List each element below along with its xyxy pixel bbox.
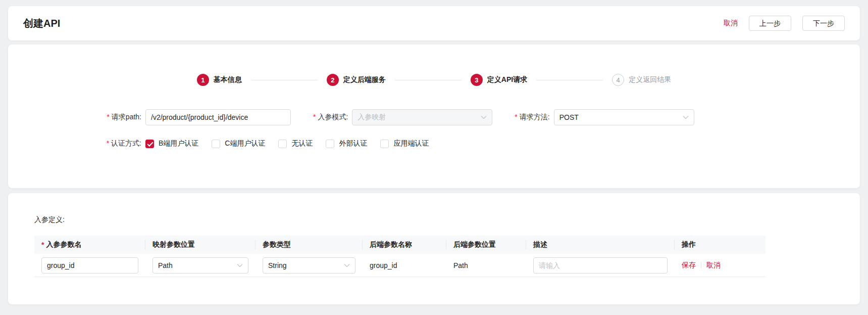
request-method-value: POST <box>559 113 579 121</box>
chevron-down-icon <box>344 263 350 267</box>
request-method-select[interactable]: POST <box>554 109 694 125</box>
header-actions: 操作 <box>675 240 765 250</box>
header-description: 描述 <box>526 240 675 250</box>
chevron-down-icon <box>683 115 689 119</box>
auth-mode-label: *认证方式: <box>95 139 141 148</box>
checkbox-unchecked-icon <box>380 140 389 148</box>
description-input[interactable] <box>533 257 668 274</box>
param-type-select[interactable]: String <box>263 257 355 274</box>
request-method-label: *请求方法: <box>515 113 549 122</box>
step-basic-info: 1 基本信息 <box>197 74 242 86</box>
auth-mode-options: B端用户认证 C端用户认证 无认证 外部认证 <box>145 139 429 148</box>
required-asterisk: * <box>107 113 109 121</box>
header-mapping-position: 映射参数位置 <box>145 240 256 250</box>
step-return-result: 4 定义返回结果 <box>612 74 671 86</box>
checkbox-c-user-auth[interactable]: C端用户认证 <box>212 139 265 148</box>
form-panel: 1 基本信息 2 定义后端服务 3 定义API请求 4 定义返回结果 <box>8 44 860 188</box>
step-4-badge: 4 <box>612 74 624 86</box>
checkbox-no-auth[interactable]: 无认证 <box>278 139 313 148</box>
params-table-header: *入参参数名 映射参数位置 参数类型 后端参数名称 后端参数位置 描述 操作 <box>34 236 765 254</box>
cell-backend-name: group_id <box>363 261 446 269</box>
step-connector <box>536 80 603 80</box>
auth-mode-field-group: *认证方式: B端用户认证 C端用户认证 无认证 <box>95 139 429 148</box>
chevron-down-icon <box>481 115 487 119</box>
checkbox-external-auth[interactable]: 外部认证 <box>326 139 367 148</box>
header-param-name: *入参参数名 <box>34 240 145 250</box>
params-panel: 入参定义: *入参参数名 映射参数位置 参数类型 后端参数名称 后端参数位置 描… <box>8 193 860 304</box>
step-4-label: 定义返回结果 <box>629 75 671 84</box>
cell-mapping-position: Path <box>145 257 256 274</box>
step-backend-service: 2 定义后端服务 <box>327 74 386 86</box>
page-title: 创建API <box>23 17 60 30</box>
cell-description <box>526 257 675 274</box>
header-param-type: 参数类型 <box>256 240 363 250</box>
form-row-2: *认证方式: B端用户认证 C端用户认证 无认证 <box>95 139 860 148</box>
step-3-badge: 3 <box>471 74 483 86</box>
checkbox-unchecked-icon <box>212 140 220 148</box>
header-backend-position: 后端参数位置 <box>446 240 526 250</box>
param-mode-value: 入参映射 <box>358 113 386 122</box>
chevron-down-icon <box>237 263 243 267</box>
params-table: *入参参数名 映射参数位置 参数类型 后端参数名称 后端参数位置 描述 操作 P… <box>34 236 765 277</box>
cell-actions: 保存 取消 <box>675 261 765 270</box>
required-asterisk: * <box>107 139 109 147</box>
request-path-input[interactable] <box>145 109 291 125</box>
form-row-1: *请求path: *入参模式: 入参映射 *请求方法: POST <box>95 109 860 125</box>
checkbox-checked-icon <box>145 140 154 148</box>
step-2-label: 定义后端服务 <box>343 75 386 84</box>
step-connector <box>251 80 318 80</box>
request-method-field-group: *请求方法: POST <box>515 109 694 125</box>
required-asterisk: * <box>515 113 517 121</box>
stepper: 1 基本信息 2 定义后端服务 3 定义API请求 4 定义返回结果 <box>8 44 860 86</box>
checkbox-unchecked-icon <box>278 140 287 148</box>
header-actions: 取消 上一步 下一步 <box>724 16 845 31</box>
cell-param-name <box>34 257 145 274</box>
request-path-label: *请求path: <box>95 113 141 122</box>
api-request-form: *请求path: *入参模式: 入参映射 *请求方法: POST <box>8 109 860 148</box>
param-mode-field-group: *入参模式: 入参映射 <box>313 109 492 125</box>
step-1-badge: 1 <box>197 74 209 86</box>
prev-step-button[interactable]: 上一步 <box>749 16 791 31</box>
checkbox-b-user-auth[interactable]: B端用户认证 <box>145 139 198 148</box>
row-cancel-link[interactable]: 取消 <box>706 261 721 270</box>
cell-backend-position: Path <box>446 261 526 269</box>
checkbox-app-auth[interactable]: 应用端认证 <box>380 139 429 148</box>
page: 创建API 取消 上一步 下一步 1 基本信息 2 定义后端服务 3 定义API… <box>0 0 868 310</box>
param-mode-select[interactable]: 入参映射 <box>352 109 492 125</box>
action-divider <box>701 262 701 268</box>
step-connector <box>395 80 462 80</box>
param-mode-label: *入参模式: <box>313 113 348 122</box>
params-section-title: 入参定义: <box>34 215 834 224</box>
table-row: Path String group_id Path 保存 <box>34 254 765 277</box>
param-name-input[interactable] <box>41 257 138 274</box>
request-path-field-group: *请求path: <box>95 109 291 125</box>
next-step-button[interactable]: 下一步 <box>802 16 845 31</box>
mapping-position-select[interactable]: Path <box>152 257 248 274</box>
row-save-link[interactable]: 保存 <box>682 261 696 270</box>
checkbox-unchecked-icon <box>326 140 334 148</box>
required-asterisk: * <box>313 113 316 121</box>
step-3-label: 定义API请求 <box>487 75 527 84</box>
step-1-label: 基本信息 <box>214 75 242 84</box>
page-header: 创建API 取消 上一步 下一步 <box>8 6 860 40</box>
header-backend-name: 后端参数名称 <box>363 240 446 250</box>
cell-param-type: String <box>256 257 363 274</box>
step-api-request: 3 定义API请求 <box>471 74 527 86</box>
cancel-link[interactable]: 取消 <box>724 19 738 28</box>
step-2-badge: 2 <box>327 74 339 86</box>
